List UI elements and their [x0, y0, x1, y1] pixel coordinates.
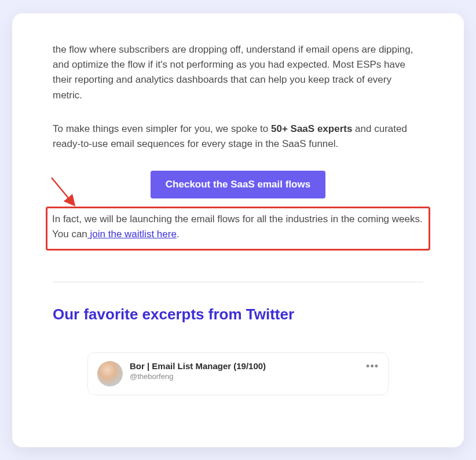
avatar — [97, 361, 123, 387]
highlight-box: In fact, we will be launching the email … — [46, 207, 430, 251]
paragraph-2-bold: 50+ SaaS experts — [271, 123, 352, 134]
tweet-card[interactable]: Bor | Email List Manager (19/100) @thebo… — [87, 352, 389, 395]
paragraph-2-before: To make things even simpler for you, we … — [53, 123, 271, 134]
section-divider — [53, 282, 423, 282]
tweet-author-name: Bor | Email List Manager (19/100) — [130, 361, 359, 371]
twitter-section-title: Our favorite excerpts from Twitter — [53, 306, 423, 323]
paragraph-1: the flow where subscribers are dropping … — [53, 42, 423, 103]
checkout-flows-button[interactable]: Checkout the SaaS email flows — [151, 171, 325, 198]
tweet-header: Bor | Email List Manager (19/100) @thebo… — [130, 361, 359, 381]
highlight-text-after: . — [177, 229, 180, 240]
tweet-more-icon[interactable]: ••• — [366, 361, 379, 371]
highlight-wrapper: In fact, we will be launching the email … — [53, 207, 423, 251]
content-card: the flow where subscribers are dropping … — [12, 13, 464, 447]
paragraph-2: To make things even simpler for you, we … — [53, 122, 423, 152]
join-waitlist-link[interactable]: join the waitlist here — [87, 229, 177, 240]
tweet-author-handle: @theborfeng — [130, 372, 359, 381]
cta-container: Checkout the SaaS email flows — [53, 171, 423, 198]
